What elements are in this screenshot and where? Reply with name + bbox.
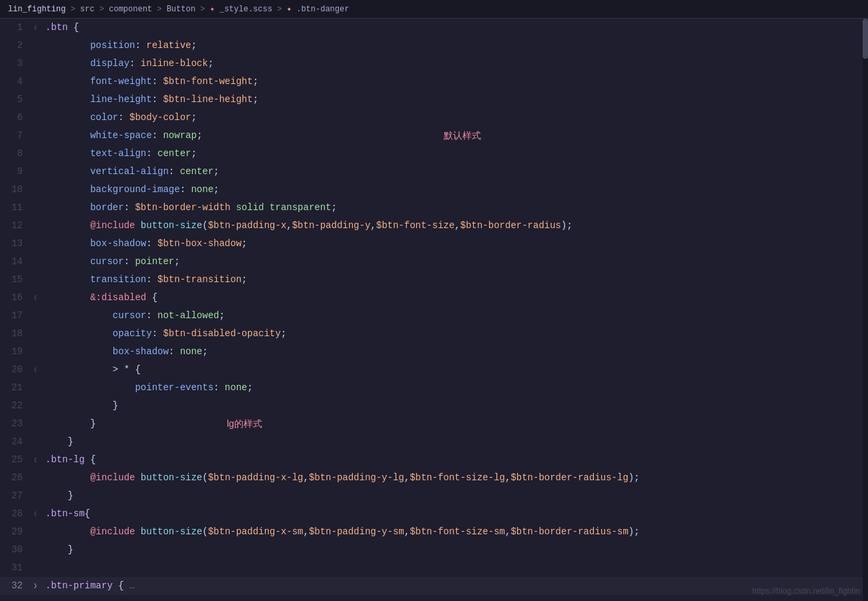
scrollbar-track[interactable] <box>863 19 868 601</box>
code-content: box-shadow: none; <box>44 343 868 361</box>
line-number: 10 <box>0 181 33 199</box>
code-line-4: 4 font-weight: $btn-font-weight; <box>0 73 868 91</box>
fold-arrow[interactable]: ❯ <box>33 577 44 595</box>
line-number: 15 <box>0 271 33 289</box>
code-line-20: 20 ❮ > * { <box>0 361 868 379</box>
code-line-25: 25 ❮ .btn-lg { <box>0 451 868 469</box>
line-number: 16 <box>0 289 33 307</box>
code-content: > * { <box>44 361 868 379</box>
line-number: 20 <box>0 361 33 379</box>
code-content: } <box>44 415 868 433</box>
fold-arrow[interactable]: ❮ <box>33 19 44 37</box>
line-number: 31 <box>0 559 33 577</box>
code-content: .btn { <box>44 19 868 37</box>
line-number: 25 <box>0 451 33 469</box>
code-content: @include button-size($btn-padding-x,$btn… <box>44 217 868 235</box>
code-content: color: $body-color; <box>44 109 868 127</box>
code-content: cursor: pointer; <box>44 253 868 271</box>
line-number: 30 <box>0 541 33 559</box>
line-number: 1 <box>0 19 33 37</box>
fold-arrow[interactable]: ❮ <box>33 361 44 379</box>
line-number: 22 <box>0 397 33 415</box>
fold-arrow[interactable]: ❮ <box>33 289 44 307</box>
code-line-9: 9 vertical-align: center; <box>0 163 868 181</box>
code-content: .btn-sm{ <box>44 505 868 523</box>
code-line-1: 1 ❮ .btn { <box>0 19 868 37</box>
code-content: .btn-lg { <box>44 451 868 469</box>
code-content: vertical-align: center; <box>44 163 868 181</box>
line-number: 17 <box>0 307 33 325</box>
line-number: 5 <box>0 91 33 109</box>
code-line-11: 11 border: $btn-border-width solid trans… <box>0 199 868 217</box>
line-number: 19 <box>0 343 33 361</box>
line-number: 11 <box>0 199 33 217</box>
line-number: 29 <box>0 523 33 541</box>
line-number: 12 <box>0 217 33 235</box>
annotation-default-style: 默认样式 <box>444 127 481 145</box>
line-number: 28 <box>0 505 33 523</box>
scrollbar-thumb[interactable] <box>863 19 868 59</box>
line-number: 3 <box>0 55 33 73</box>
code-line-15: 15 transition: $btn-transition; <box>0 271 868 289</box>
code-content: display: inline-block; <box>44 55 868 73</box>
breadcrumb-bar: lin_fighting > src > component > Button … <box>0 0 868 19</box>
annotation-lg-style: lg的样式 <box>227 415 262 433</box>
line-number: 24 <box>0 433 33 451</box>
code-line-19: 19 box-shadow: none; <box>0 343 868 361</box>
line-number: 26 <box>0 469 33 487</box>
code-line-24: 24 } <box>0 433 868 451</box>
code-content: .btn-primary { … <box>44 577 868 595</box>
line-number: 8 <box>0 145 33 163</box>
line-number: 4 <box>0 73 33 91</box>
line-number: 14 <box>0 253 33 271</box>
code-line-10: 10 background-image: none; <box>0 181 868 199</box>
code-content: text-align: center; <box>44 145 868 163</box>
code-line-29: 29 @include button-size($btn-padding-x-s… <box>0 523 868 541</box>
code-line-3: 3 display: inline-block; <box>0 55 868 73</box>
line-number: 6 <box>0 109 33 127</box>
line-number: 23 <box>0 415 33 433</box>
line-number: 13 <box>0 235 33 253</box>
code-line-5: 5 line-height: $btn-line-height; <box>0 91 868 109</box>
code-content: pointer-events: none; <box>44 379 868 397</box>
code-content: box-shadow: $btn-box-shadow; <box>44 235 868 253</box>
code-line-16: 16 ❮ &:disabled { <box>0 289 868 307</box>
line-number: 9 <box>0 163 33 181</box>
code-content: background-image: none; <box>44 181 868 199</box>
code-content: @include button-size($btn-padding-x-sm,$… <box>44 523 868 541</box>
code-line-21: 21 pointer-events: none; <box>0 379 868 397</box>
code-line-12: 12 @include button-size($btn-padding-x,$… <box>0 217 868 235</box>
code-line-17: 17 cursor: not-allowed; <box>0 307 868 325</box>
code-content: &:disabled { <box>44 289 868 307</box>
code-content: border: $btn-border-width solid transpar… <box>44 199 868 217</box>
code-content: cursor: not-allowed; <box>44 307 868 325</box>
code-content: } <box>44 433 868 451</box>
code-content: @include button-size($btn-padding-x-lg,$… <box>44 469 868 487</box>
line-number: 27 <box>0 487 33 505</box>
code-line-31: 31 <box>0 559 868 577</box>
code-line-32: 32 ❯ .btn-primary { … <box>0 577 868 595</box>
code-line-14: 14 cursor: pointer; <box>0 253 868 271</box>
code-content: opacity: $btn-disabled-opacity; <box>44 325 868 343</box>
fold-arrow[interactable]: ❮ <box>33 451 44 469</box>
line-number: 18 <box>0 325 33 343</box>
line-number: 7 <box>0 127 33 145</box>
code-content: } <box>44 487 868 505</box>
breadcrumb-text: lin_fighting > src > component > Button … <box>8 4 349 14</box>
code-line-2: 2 position: relative; <box>0 37 868 55</box>
code-content: transition: $btn-transition; <box>44 271 868 289</box>
line-number: 2 <box>0 37 33 55</box>
code-line-23: 23 } lg的样式 <box>0 415 868 433</box>
code-content: } <box>44 397 868 415</box>
code-line-7: 7 white-space: nowrap; 默认样式 <box>0 127 868 145</box>
code-line-27: 27 } <box>0 487 868 505</box>
code-line-22: 22 } <box>0 397 868 415</box>
code-line-26: 26 @include button-size($btn-padding-x-l… <box>0 469 868 487</box>
code-content: position: relative; <box>44 37 868 55</box>
code-line-18: 18 opacity: $btn-disabled-opacity; <box>0 325 868 343</box>
fold-arrow[interactable]: ❮ <box>33 505 44 523</box>
code-line-6: 6 color: $body-color; <box>0 109 868 127</box>
code-line-30: 30 } <box>0 541 868 559</box>
code-line-13: 13 box-shadow: $btn-box-shadow; <box>0 235 868 253</box>
line-number: 21 <box>0 379 33 397</box>
